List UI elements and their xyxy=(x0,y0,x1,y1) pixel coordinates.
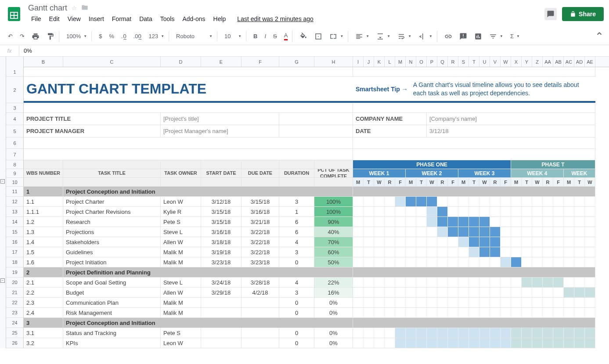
cell[interactable] xyxy=(385,197,395,206)
cell[interactable]: W xyxy=(585,178,595,186)
cell[interactable]: Kylie R xyxy=(161,207,201,216)
cell[interactable]: 3/16/18 xyxy=(201,227,241,237)
cell[interactable] xyxy=(279,113,353,125)
cell[interactable] xyxy=(395,298,406,307)
row-header-6[interactable]: 6 xyxy=(6,137,24,149)
cell[interactable] xyxy=(448,247,458,257)
cell[interactable]: Allen W xyxy=(161,288,201,297)
cell[interactable] xyxy=(585,247,595,257)
row-header-10[interactable]: 10 xyxy=(6,178,24,187)
cell[interactable] xyxy=(501,227,511,237)
cell[interactable] xyxy=(448,288,458,297)
cell[interactable] xyxy=(385,278,395,287)
cell[interactable] xyxy=(511,257,522,267)
cell[interactable] xyxy=(406,328,416,338)
row-header-16[interactable]: 16 xyxy=(6,237,24,247)
cell[interactable] xyxy=(448,298,458,307)
cell[interactable] xyxy=(279,160,314,169)
cell[interactable]: PHASE ONE xyxy=(353,160,511,169)
cell[interactable] xyxy=(395,328,406,338)
cell[interactable] xyxy=(437,237,448,247)
cell[interactable] xyxy=(364,308,374,317)
cell[interactable] xyxy=(406,338,416,348)
cell[interactable]: 0 xyxy=(279,298,314,307)
cell[interactable] xyxy=(201,160,241,169)
cell[interactable]: Project Definition and Planning xyxy=(63,267,353,277)
cell[interactable]: 3/22/18 xyxy=(241,247,279,257)
cell[interactable] xyxy=(374,247,385,257)
cell[interactable] xyxy=(448,278,458,287)
cell[interactable] xyxy=(553,278,564,287)
cell[interactable] xyxy=(406,288,416,297)
cell[interactable]: WEEK 1 xyxy=(353,169,406,177)
cell[interactable]: 22% xyxy=(314,278,353,287)
cell[interactable] xyxy=(374,237,385,247)
cell[interactable] xyxy=(201,178,241,186)
cell[interactable] xyxy=(427,278,437,287)
cell[interactable]: M xyxy=(511,178,522,186)
h-align-button[interactable]: ▼ xyxy=(353,31,372,42)
cell[interactable] xyxy=(448,197,458,206)
cell[interactable]: 100% xyxy=(314,197,353,206)
cell[interactable]: [Project Manager's name] xyxy=(161,125,279,137)
cell[interactable] xyxy=(469,207,479,216)
cell[interactable] xyxy=(406,207,416,216)
cell[interactable]: 3.1 xyxy=(24,328,63,338)
row-header-22[interactable]: 22 xyxy=(6,298,24,308)
col-header-G[interactable]: G xyxy=(279,57,314,67)
cell[interactable]: Project Conception and Initiation xyxy=(63,187,353,196)
cell[interactable] xyxy=(574,237,585,247)
cell[interactable]: R xyxy=(385,178,395,186)
cell[interactable]: 4 xyxy=(279,278,314,287)
cell[interactable] xyxy=(469,308,479,317)
cell[interactable] xyxy=(490,217,501,227)
cell[interactable]: 3/15/18 xyxy=(201,207,241,216)
cell[interactable] xyxy=(490,308,501,317)
row-header-8[interactable]: 8 xyxy=(6,160,24,169)
cell[interactable] xyxy=(385,237,395,247)
cell[interactable] xyxy=(574,328,585,338)
cell[interactable]: T xyxy=(574,178,585,186)
cell[interactable]: M xyxy=(406,178,416,186)
menu-addons[interactable]: Add-ons xyxy=(179,14,208,24)
cell[interactable]: 50% xyxy=(314,257,353,267)
row-header-17[interactable]: 17 xyxy=(6,247,24,257)
share-button[interactable]: Share xyxy=(562,7,604,21)
text-rotate-button[interactable]: ▼ xyxy=(416,31,437,42)
cell[interactable] xyxy=(490,237,501,247)
decimal-decrease-button[interactable]: .0̲ xyxy=(119,31,129,41)
cell[interactable] xyxy=(458,197,469,206)
star-icon[interactable]: ☆ xyxy=(72,5,77,11)
cell[interactable] xyxy=(532,298,543,307)
cell[interactable] xyxy=(364,257,374,267)
cell[interactable]: 1.4 xyxy=(24,237,63,247)
cell[interactable] xyxy=(448,338,458,348)
percent-button[interactable]: % xyxy=(106,31,117,41)
cell[interactable]: 1.3 xyxy=(24,227,63,237)
cell[interactable] xyxy=(522,308,532,317)
cell[interactable]: Project Charter Revisions xyxy=(63,207,161,216)
cell[interactable]: 3/12/18 xyxy=(427,125,595,137)
cell[interactable] xyxy=(406,227,416,237)
row-header-2[interactable]: 2 xyxy=(6,77,24,103)
cell[interactable]: 0% xyxy=(314,328,353,338)
cell[interactable]: 0 xyxy=(279,338,314,348)
cell[interactable] xyxy=(395,197,406,206)
cell[interactable] xyxy=(574,257,585,267)
cell[interactable] xyxy=(437,288,448,297)
cell[interactable] xyxy=(574,298,585,307)
cell[interactable] xyxy=(543,207,553,216)
cell[interactable] xyxy=(385,217,395,227)
row-header-1[interactable]: 1 xyxy=(6,67,24,77)
cell[interactable] xyxy=(353,257,364,267)
cell[interactable] xyxy=(395,217,406,227)
col-header-P[interactable]: P xyxy=(427,57,437,67)
cell[interactable] xyxy=(564,298,574,307)
cell[interactable]: DUE DATE xyxy=(241,169,279,177)
cell[interactable] xyxy=(522,278,532,287)
cell[interactable] xyxy=(427,247,437,257)
cell[interactable] xyxy=(543,308,553,317)
cell[interactable] xyxy=(364,247,374,257)
comments-button[interactable] xyxy=(544,8,557,20)
cell[interactable]: Malik M xyxy=(161,308,201,317)
